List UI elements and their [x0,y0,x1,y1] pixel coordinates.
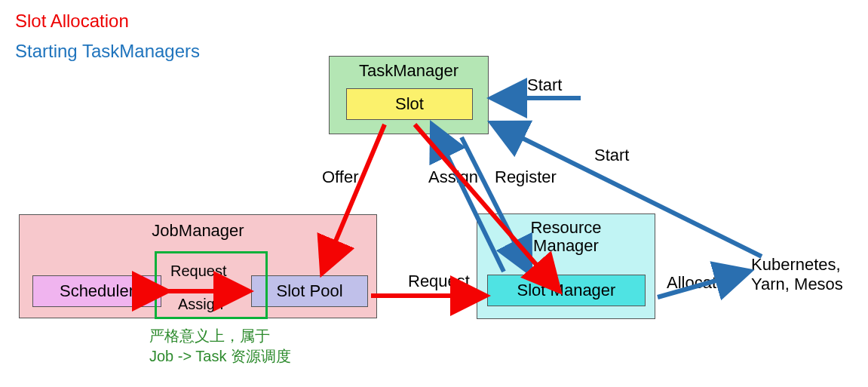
note-line2: Job -> Task 资源调度 [149,348,291,364]
edge-label-request-rm: Request [408,272,470,291]
edge-label-assign-slot: Assign [428,167,478,187]
title-starting-taskmanagers: Starting TaskManagers [15,41,200,62]
edge-label-register: Register [495,167,557,187]
note-green: 严格意义上，属于 Job -> Task 资源调度 [149,326,291,367]
label-external-systems: Kubernetes, Yarn, Mesos [751,255,843,294]
box-slot-manager: Slot Manager [487,275,646,306]
label-resource-manager: Resource Manager [477,219,655,255]
edge-label-offer: Offer [322,167,359,187]
note-line1: 严格意义上，属于 [149,327,270,344]
box-resource-manager: Resource Manager Slot Manager [477,213,655,319]
label-task-manager: TaskManager [330,61,488,81]
box-scheduler: Scheduler [32,275,161,307]
box-task-manager: TaskManager Slot [329,56,489,134]
label-slot: Slot [395,94,424,113]
label-rm-line1: Resource [530,218,601,237]
edge-label-assign-sp: Assign [178,296,223,313]
label-slot-manager: Slot Manager [517,281,616,299]
box-slot: Slot [346,88,473,120]
edge-label-start-tm: Start [527,75,562,95]
edge-label-request-sp: Request [170,263,227,280]
label-rm-line2: Manager [533,236,599,255]
edge-label-allocate: Allocate [667,273,725,293]
label-slot-pool: Slot Pool [276,281,342,300]
edge-label-start-rm: Start [594,146,629,165]
label-scheduler: Scheduler [60,281,134,300]
label-job-manager: JobManager [20,221,376,241]
box-slot-pool: Slot Pool [251,275,368,307]
title-slot-allocation: Slot Allocation [15,11,129,32]
